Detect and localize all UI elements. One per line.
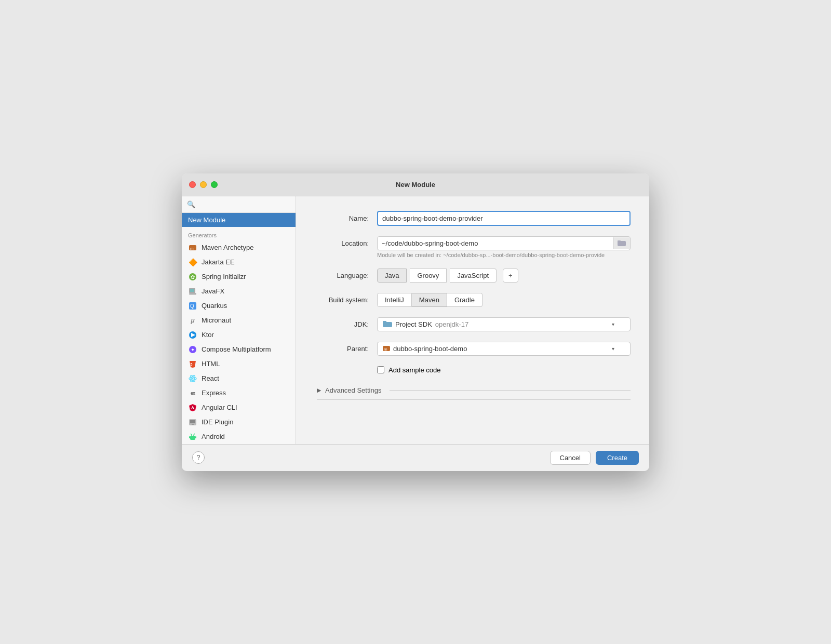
- parent-select[interactable]: m dubbo-spring-boot-demo ▾: [377, 342, 631, 356]
- language-field: Java Groovy JavaScript +: [377, 269, 631, 283]
- sidebar-item-jakarta-ee[interactable]: 🔶 Jakarta EE: [182, 255, 296, 270]
- sidebar-item-express[interactable]: ex Express: [182, 386, 296, 400]
- sidebar-item-label: IDE Plugin: [202, 418, 233, 426]
- sidebar-item-new-module[interactable]: New Module: [182, 213, 296, 227]
- build-gradle-button[interactable]: Gradle: [447, 293, 482, 307]
- location-input[interactable]: [378, 237, 613, 250]
- svg-rect-35: [383, 321, 386, 323]
- sidebar-item-react[interactable]: React: [182, 371, 296, 386]
- language-java-button[interactable]: Java: [377, 269, 407, 283]
- sidebar-item-label: Compose Multiplatform: [202, 345, 271, 353]
- footer-left: ?: [192, 451, 205, 464]
- parent-row: Parent: m dubbo-spring-boot-demo ▾: [315, 342, 631, 356]
- footer: ? Cancel Create: [182, 444, 649, 471]
- advanced-settings-chevron: ▶: [317, 387, 321, 394]
- sidebar-item-label: Maven Archetype: [202, 244, 253, 251]
- name-label: Name:: [315, 214, 377, 222]
- sidebar-item-maven-archetype[interactable]: m Maven Archetype: [182, 240, 296, 255]
- titlebar: New Module: [182, 173, 649, 196]
- sidebar-item-label: Micronaut: [202, 316, 231, 324]
- language-label: Language:: [315, 272, 377, 279]
- create-button[interactable]: Create: [596, 451, 639, 465]
- parent-value: dubbo-spring-boot-demo: [393, 345, 467, 353]
- build-system-row: Build system: IntelliJ Maven Gradle: [315, 293, 631, 307]
- spring-initializr-icon: ✿: [188, 272, 197, 281]
- angular-cli-icon: [188, 403, 197, 412]
- quarkus-icon: Q: [188, 301, 197, 311]
- dialog-body: 🔍 New Module Generators m Maven Archetyp…: [182, 196, 649, 444]
- build-intellij-button[interactable]: IntelliJ: [377, 293, 412, 307]
- maximize-button[interactable]: [211, 181, 218, 188]
- sidebar-item-label: React: [202, 374, 219, 382]
- svg-text:✦: ✦: [191, 347, 195, 353]
- maven-archetype-icon: m: [188, 243, 197, 252]
- sidebar-item-label: Jakarta EE: [202, 258, 235, 266]
- parent-dropdown-arrow: ▾: [612, 346, 614, 352]
- svg-text:m: m: [384, 347, 387, 352]
- sidebar-item-ktor[interactable]: Ktor: [182, 328, 296, 342]
- jdk-label: JDK:: [315, 320, 377, 328]
- svg-rect-24: [192, 424, 194, 425]
- ide-plugin-icon: [188, 418, 197, 427]
- sidebar-item-label: Angular CLI: [202, 404, 237, 411]
- help-button[interactable]: ?: [192, 451, 205, 464]
- svg-rect-6: [189, 293, 196, 294]
- build-system-field: IntelliJ Maven Gradle: [377, 293, 631, 307]
- parent-label: Parent:: [315, 345, 377, 353]
- svg-text:✿: ✿: [191, 274, 195, 280]
- close-button[interactable]: [189, 181, 196, 188]
- dialog-title: New Module: [396, 181, 435, 189]
- android-icon: [188, 432, 197, 441]
- svg-line-28: [191, 434, 192, 435]
- jdk-select[interactable]: Project SDK openjdk-17 ▾: [377, 317, 631, 331]
- language-groovy-button[interactable]: Groovy: [410, 269, 447, 283]
- sidebar-item-label: JavaFX: [202, 287, 224, 295]
- jakarta-ee-icon: 🔶: [188, 258, 197, 267]
- advanced-settings-row[interactable]: ▶ Advanced Settings: [317, 386, 631, 400]
- sidebar-item-html[interactable]: 5 HTML: [182, 357, 296, 371]
- language-javascript-button[interactable]: JavaScript: [450, 269, 497, 283]
- javafx-icon: [188, 287, 197, 296]
- location-label: Location:: [315, 236, 377, 247]
- build-system-button-group: IntelliJ Maven Gradle: [377, 293, 631, 307]
- advanced-settings-divider: [390, 390, 631, 391]
- jdk-select-inner: Project SDK openjdk-17: [383, 320, 468, 328]
- new-module-dialog: New Module 🔍 New Module Generators m Mav…: [182, 173, 649, 471]
- sidebar-item-label: Ktor: [202, 331, 214, 339]
- search-icon: 🔍: [187, 200, 195, 208]
- svg-point-18: [192, 378, 194, 379]
- sidebar-item-ide-plugin[interactable]: IDE Plugin: [182, 415, 296, 430]
- parent-field: m dubbo-spring-boot-demo ▾: [377, 342, 631, 356]
- svg-text:m: m: [190, 246, 194, 251]
- sidebar-item-compose-multiplatform[interactable]: ✦ Compose Multiplatform: [182, 342, 296, 357]
- sidebar-item-angular-cli[interactable]: Angular CLI: [182, 400, 296, 415]
- sidebar-item-android[interactable]: Android: [182, 430, 296, 444]
- location-browse-button[interactable]: [613, 237, 630, 249]
- sidebar-item-label: Android: [202, 433, 225, 440]
- sidebar-item-javafx[interactable]: JavaFX: [182, 284, 296, 299]
- build-system-label: Build system:: [315, 296, 377, 304]
- name-field: [377, 211, 631, 226]
- add-sample-code-checkbox[interactable]: [377, 366, 384, 373]
- jdk-value: openjdk-17: [435, 320, 468, 328]
- generators-label: Generators: [182, 227, 296, 240]
- jdk-row: JDK: Project SDK openjdk-17 ▾: [315, 317, 631, 331]
- svg-rect-23: [190, 420, 195, 423]
- sidebar-item-spring-initializr[interactable]: ✿ Spring Initializr: [182, 270, 296, 284]
- svg-rect-30: [189, 436, 190, 438]
- sidebar-item-quarkus[interactable]: Q Quarkus: [182, 299, 296, 313]
- name-input[interactable]: [377, 211, 631, 226]
- name-row: Name:: [315, 211, 631, 226]
- window-buttons: [189, 181, 218, 188]
- jdk-prefix: Project SDK: [395, 320, 432, 328]
- svg-text:Q: Q: [190, 303, 194, 309]
- minimize-button[interactable]: [200, 181, 207, 188]
- build-maven-button[interactable]: Maven: [412, 293, 447, 307]
- language-add-button[interactable]: +: [503, 269, 518, 283]
- parent-select-inner: m dubbo-spring-boot-demo: [383, 345, 467, 353]
- ktor-icon: [188, 330, 197, 340]
- svg-rect-25: [190, 436, 195, 440]
- sidebar-item-micronaut[interactable]: μ Micronaut: [182, 313, 296, 328]
- svg-rect-31: [195, 436, 196, 438]
- cancel-button[interactable]: Cancel: [550, 451, 591, 465]
